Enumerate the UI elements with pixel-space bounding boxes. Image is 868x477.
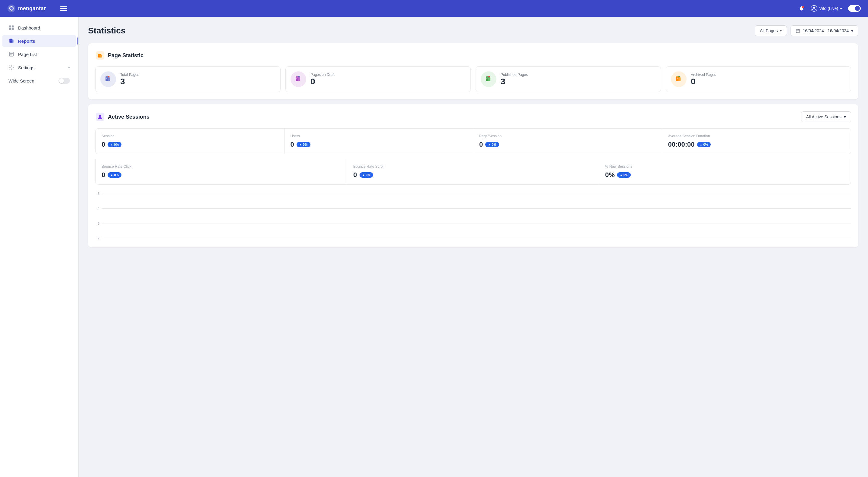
user-avatar-icon bbox=[811, 5, 817, 12]
svg-rect-11 bbox=[10, 40, 12, 40]
top-navigation: mengantar Vito (Live) ▾ bbox=[0, 0, 868, 17]
pages-draft-label: Pages on Draft bbox=[310, 73, 335, 77]
bounce-click-badge: ▲ 0% bbox=[107, 172, 121, 178]
stat-cards-row: Total Pages 3 bbox=[95, 66, 851, 92]
app-layout: Dashboard Reports bbox=[0, 17, 868, 477]
svg-rect-18 bbox=[796, 29, 800, 33]
metric-session: Session 0 ▲ 0% bbox=[96, 129, 284, 154]
svg-rect-16 bbox=[10, 55, 12, 56]
published-pages-icon-wrap bbox=[481, 71, 496, 87]
svg-rect-30 bbox=[298, 77, 300, 81]
sidebar-item-reports[interactable]: Reports bbox=[2, 35, 76, 47]
pages-draft-info: Pages on Draft 0 bbox=[310, 73, 335, 86]
svg-point-2 bbox=[802, 6, 804, 8]
archived-pages-info: Archived Pages 0 bbox=[691, 73, 716, 86]
dark-mode-toggle[interactable] bbox=[848, 5, 861, 12]
sidebar-item-settings[interactable]: Settings ▾ bbox=[2, 61, 76, 73]
main-content: Statistics All Pages ▾ 16/04/2024 - 16/0… bbox=[79, 17, 868, 477]
svg-rect-40 bbox=[678, 77, 681, 81]
metric-new-sessions: % New Sessions 0% ▲ 0% bbox=[599, 159, 851, 184]
users-badge: ▲ 0% bbox=[297, 142, 310, 147]
svg-rect-14 bbox=[10, 53, 13, 54]
archived-pages-label: Archived Pages bbox=[691, 73, 716, 77]
logo[interactable]: mengantar bbox=[7, 4, 46, 13]
logo-icon bbox=[7, 4, 16, 13]
metrics-top-grid: Session 0 ▲ 0% Users 0 ▲ bbox=[95, 128, 851, 154]
hamburger-menu[interactable] bbox=[60, 6, 67, 11]
wide-screen-toggle[interactable] bbox=[59, 78, 70, 84]
chart-line-5: 5 bbox=[95, 192, 851, 196]
svg-point-26 bbox=[108, 76, 110, 77]
svg-point-36 bbox=[488, 76, 490, 77]
svg-rect-32 bbox=[296, 78, 298, 78]
sessions-icon bbox=[95, 112, 105, 122]
svg-rect-7 bbox=[9, 28, 11, 30]
page-title: Statistics bbox=[88, 26, 126, 36]
sidebar-item-label: Settings bbox=[18, 65, 34, 70]
page-statistic-icon bbox=[95, 50, 105, 60]
published-pages-value: 3 bbox=[501, 77, 528, 86]
new-sessions-badge: ▲ 0% bbox=[617, 172, 631, 178]
svg-rect-8 bbox=[12, 28, 14, 30]
logo-text: mengantar bbox=[18, 5, 46, 12]
pages-draft-icon-wrap bbox=[290, 71, 306, 87]
page-statistic-card: Page Statistic Total bbox=[88, 43, 858, 99]
chart-line-4: 4 bbox=[95, 207, 851, 210]
svg-rect-12 bbox=[10, 41, 11, 41]
stat-archived-pages: Archived Pages 0 bbox=[666, 66, 851, 92]
chart-lines: 5 4 3 2 bbox=[95, 192, 851, 240]
total-pages-icon-wrap bbox=[100, 71, 116, 87]
top-nav-right: Vito (Live) ▾ bbox=[799, 5, 861, 12]
user-menu[interactable]: Vito (Live) ▾ bbox=[811, 5, 842, 12]
svg-rect-21 bbox=[100, 55, 102, 58]
svg-rect-42 bbox=[677, 78, 678, 78]
svg-point-0 bbox=[7, 4, 16, 12]
sidebar-item-dashboard[interactable]: Dashboard bbox=[2, 22, 76, 34]
svg-rect-10 bbox=[12, 40, 13, 43]
stat-total-pages: Total Pages 3 bbox=[95, 66, 281, 92]
svg-rect-22 bbox=[98, 55, 100, 55]
avg-duration-badge: ▲ 0% bbox=[697, 142, 711, 147]
svg-rect-5 bbox=[9, 26, 11, 28]
calendar-icon bbox=[796, 29, 800, 33]
all-pages-dropdown[interactable]: All Pages ▾ bbox=[755, 25, 787, 36]
settings-icon bbox=[8, 64, 14, 70]
total-pages-label: Total Pages bbox=[120, 73, 139, 77]
svg-point-1 bbox=[10, 9, 11, 10]
svg-rect-25 bbox=[108, 77, 110, 81]
settings-chevron: ▾ bbox=[68, 65, 70, 70]
globe-toggle[interactable] bbox=[848, 5, 861, 12]
metrics-bottom-grid: Bounce Rate Click 0 ▲ 0% Bounce Rate Scr… bbox=[95, 159, 851, 184]
dashboard-icon bbox=[8, 25, 14, 31]
svg-rect-15 bbox=[10, 54, 12, 55]
bell-icon bbox=[799, 5, 805, 11]
sessions-header: Active Sessions All Active Sessions ▾ bbox=[95, 111, 851, 122]
dropdown-chevron: ▾ bbox=[780, 29, 782, 33]
date-range-picker[interactable]: 16/04/2024 - 16/04/2024 ▾ bbox=[790, 25, 858, 36]
session-badge: ▲ 0% bbox=[107, 142, 121, 147]
svg-rect-35 bbox=[488, 77, 490, 81]
total-pages-icon bbox=[104, 75, 113, 83]
page-list-icon bbox=[8, 51, 14, 57]
sessions-chart: 5 4 3 2 bbox=[95, 192, 851, 240]
chart-line-2: 2 bbox=[95, 236, 851, 240]
svg-rect-37 bbox=[487, 78, 488, 78]
sessions-dropdown[interactable]: All Active Sessions ▾ bbox=[801, 111, 851, 122]
published-pages-info: Published Pages 3 bbox=[501, 73, 528, 86]
svg-rect-6 bbox=[12, 26, 14, 28]
active-sessions-card: Active Sessions All Active Sessions ▾ Se… bbox=[88, 104, 858, 247]
reports-icon bbox=[8, 38, 14, 44]
sessions-dropdown-chevron: ▾ bbox=[844, 114, 846, 119]
sessions-title: Active Sessions bbox=[108, 114, 150, 120]
total-pages-value: 3 bbox=[120, 77, 139, 86]
chart-line-3: 3 bbox=[95, 222, 851, 225]
archived-pages-icon-wrap bbox=[671, 71, 687, 87]
notifications-bell[interactable] bbox=[799, 5, 805, 11]
metric-avg-duration: Average Session Duration 00:00:00 ▲ 0% bbox=[662, 129, 851, 154]
bounce-scroll-badge: ▲ 0% bbox=[360, 172, 373, 178]
archived-pages-icon bbox=[675, 75, 683, 83]
metric-bounce-click: Bounce Rate Click 0 ▲ 0% bbox=[96, 159, 347, 184]
page-statistic-title: Page Statistic bbox=[108, 53, 144, 59]
sidebar-item-page-list[interactable]: Page List bbox=[2, 48, 76, 60]
wide-screen-label: Wide Screen bbox=[8, 78, 34, 83]
